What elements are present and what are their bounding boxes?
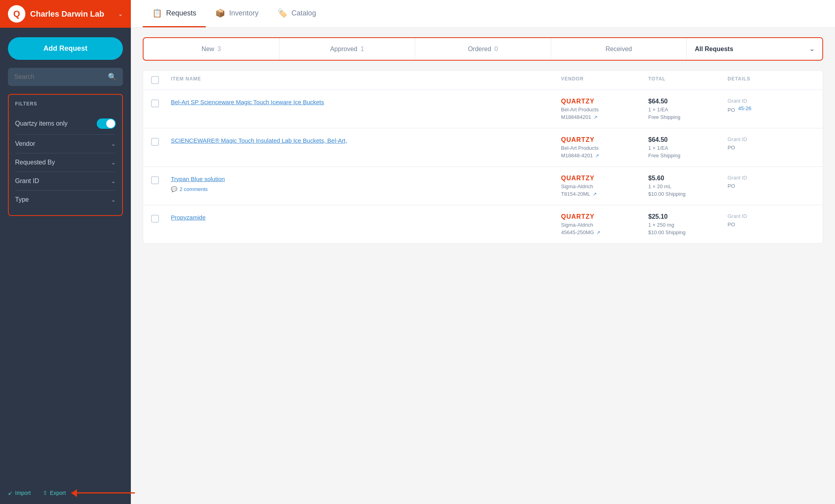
price-cell-1: $64.50 1 × 1/EA Free Shipping — [648, 136, 728, 158]
lab-chevron-icon[interactable]: ⌄ — [118, 11, 123, 17]
main-content: 📋 Requests 📦 Inventory 🏷️ Catalog New 3 … — [131, 0, 835, 504]
row-checkbox-0[interactable] — [151, 99, 159, 107]
item-name-2[interactable]: Trypan Blue solution — [171, 175, 561, 184]
content-area: New 3 Approved 1 Ordered 0 Received All … — [131, 28, 835, 504]
item-cell-2: Trypan Blue solution 💬 2 comments — [171, 175, 561, 192]
details-cell-3: Grant ID PO — [728, 213, 815, 228]
status-new-label: New — [201, 46, 214, 53]
ext-link-icon-2[interactable]: ↗ — [593, 191, 597, 197]
filters-label: FILTERS — [15, 101, 116, 107]
search-icon: 🔍 — [108, 73, 117, 81]
po-value-0[interactable]: 45-26 — [738, 105, 751, 113]
qty-2: 1 × 20 mL — [648, 183, 728, 189]
shipping-3: $10.00 Shipping — [648, 229, 728, 235]
sidebar-header: Q Charles Darwin Lab ⌄ — [0, 0, 131, 28]
type-chevron-icon: ⌄ — [111, 197, 116, 203]
vendor-cell-2: QUARTZY Sigma-Aldrich T8154-20ML ↗ — [561, 175, 648, 197]
tab-catalog-label: Catalog — [291, 9, 316, 17]
vendor-cell-1: QUARTZY Bel-Art Products M18848-4201 ↗ — [561, 136, 648, 158]
row-checkbox-3[interactable] — [151, 215, 159, 223]
price-3: $25.10 — [648, 213, 728, 220]
filter-requested-by[interactable]: Requested By ⌄ — [15, 153, 116, 172]
vendor-quartzy-2: QUARTZY — [561, 175, 648, 182]
tab-requests-label: Requests — [166, 9, 196, 17]
tab-requests[interactable]: 📋 Requests — [143, 0, 206, 27]
vendor-quartzy-3: QUARTZY — [561, 213, 648, 220]
filter-type-label: Type — [15, 196, 29, 203]
status-tab-ordered[interactable]: Ordered 0 — [415, 38, 551, 60]
po-label-3: PO — [728, 221, 735, 227]
price-0: $64.50 — [648, 98, 728, 105]
import-link[interactable]: ↙ Import — [8, 490, 31, 496]
status-approved-label: Approved — [330, 46, 358, 53]
select-all-checkbox[interactable] — [151, 76, 159, 84]
item-name-1[interactable]: SCIENCEWARE® Magic Touch Insulated Lab I… — [171, 136, 561, 145]
qty-3: 1 × 250 mg — [648, 222, 728, 228]
filter-vendor[interactable]: Vendor ⌄ — [15, 135, 116, 153]
vendor-quartzy-1: QUARTZY — [561, 136, 648, 143]
vendor-catalog-3: 45645-250MG ↗ — [561, 229, 648, 235]
ext-link-icon-3[interactable]: ↗ — [596, 230, 600, 235]
logo: Q — [8, 5, 25, 23]
grant-id-label-0: Grant ID — [728, 98, 815, 104]
po-label-2: PO — [728, 183, 735, 189]
details-cell-1: Grant ID PO — [728, 136, 815, 151]
vendor-chevron-icon: ⌄ — [111, 141, 116, 147]
tab-inventory[interactable]: 📦 Inventory — [206, 0, 268, 27]
lab-name: Charles Darwin Lab — [30, 10, 113, 19]
export-icon: ⇧ — [43, 490, 48, 496]
status-ordered-count: 0 — [494, 46, 498, 53]
sidebar: Q Charles Darwin Lab ⌄ Add Request 🔍 FIL… — [0, 0, 131, 504]
item-name-3[interactable]: Propyzamide — [171, 213, 561, 222]
status-tab-approved[interactable]: Approved 1 — [280, 38, 416, 60]
filter-vendor-label: Vendor — [15, 140, 35, 147]
tab-catalog[interactable]: 🏷️ Catalog — [268, 0, 326, 27]
status-tab-received[interactable]: Received — [551, 38, 687, 60]
status-ordered-label: Ordered — [468, 46, 491, 53]
price-cell-2: $5.60 1 × 20 mL $10.00 Shipping — [648, 175, 728, 197]
search-input[interactable] — [14, 73, 104, 80]
item-cell-0: Bel-Art SP Scienceware Magic Touch Icewa… — [171, 98, 561, 107]
details-cell-2: Grant ID PO — [728, 175, 815, 189]
status-tab-all-requests[interactable]: All Requests ⌄ — [687, 38, 822, 60]
vendor-quartzy-0: QUARTZY — [561, 98, 648, 105]
item-name-0[interactable]: Bel-Art SP Scienceware Magic Touch Icewa… — [171, 98, 561, 107]
comments-label-2: 2 comments — [180, 186, 208, 192]
table-header: ITEM NAME VENDOR TOTAL DETAILS — [143, 71, 823, 90]
po-label-1: PO — [728, 145, 735, 151]
quartzy-toggle[interactable] — [97, 118, 116, 129]
vendor-sub-2: Sigma-Aldrich — [561, 183, 648, 189]
toggle-knob — [106, 119, 115, 128]
status-tabs: New 3 Approved 1 Ordered 0 Received All … — [143, 37, 823, 61]
filter-requested-by-label: Requested By — [15, 159, 55, 166]
price-cell-0: $64.50 1 × 1/EA Free Shipping — [648, 98, 728, 120]
inventory-icon: 📦 — [215, 8, 225, 18]
add-request-button[interactable]: Add Request — [8, 37, 123, 60]
export-link[interactable]: ⇧ Export — [43, 490, 66, 496]
status-received-label: Received — [605, 46, 632, 53]
vendor-sub-0: Bel-Art Products — [561, 107, 648, 113]
grant-id-label-1: Grant ID — [728, 136, 815, 142]
vendor-cell-0: QUARTZY Bel-Art Products M188484201 ↗ — [561, 98, 648, 120]
filter-type[interactable]: Type ⌄ — [15, 191, 116, 209]
ext-link-icon-1[interactable]: ↗ — [595, 153, 599, 158]
filter-grant-id[interactable]: Grant ID ⌄ — [15, 172, 116, 191]
row-checkbox-1[interactable] — [151, 138, 159, 146]
requests-table: ITEM NAME VENDOR TOTAL DETAILS Bel-Art S… — [143, 70, 823, 244]
col-details: DETAILS — [728, 76, 815, 84]
comment-icon: 💬 — [171, 186, 177, 192]
filter-quartzy-only[interactable]: Quartzy items only — [15, 113, 116, 135]
status-tab-new[interactable]: New 3 — [144, 38, 280, 60]
row-checkbox-2[interactable] — [151, 176, 159, 184]
status-approved-count: 1 — [360, 46, 364, 53]
search-container: 🔍 — [8, 68, 123, 86]
price-2: $5.60 — [648, 175, 728, 182]
ext-link-icon-0[interactable]: ↗ — [594, 115, 598, 120]
price-1: $64.50 — [648, 136, 728, 143]
shipping-2: $10.00 Shipping — [648, 191, 728, 197]
catalog-icon: 🏷️ — [278, 8, 287, 18]
details-cell-0: Grant ID PO 45-26 — [728, 98, 815, 113]
item-comments-2[interactable]: 💬 2 comments — [171, 186, 561, 192]
vendor-catalog-2: T8154-20ML ↗ — [561, 191, 648, 197]
price-cell-3: $25.10 1 × 250 mg $10.00 Shipping — [648, 213, 728, 235]
